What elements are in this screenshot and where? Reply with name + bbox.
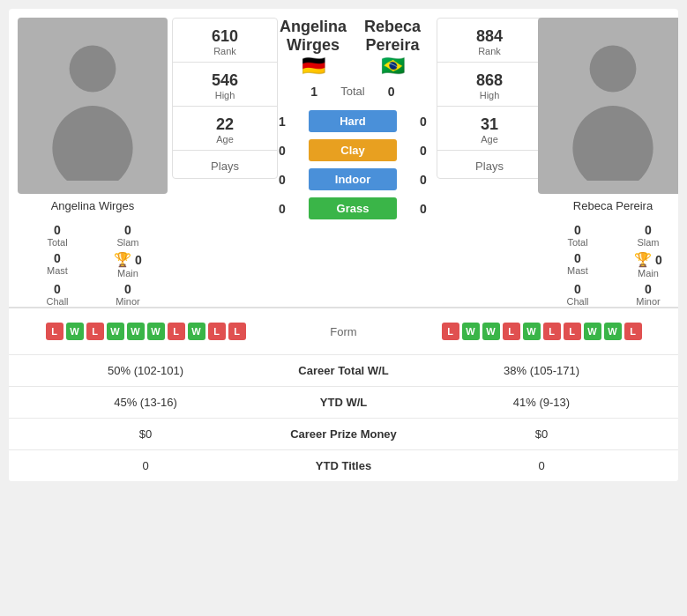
stat-row: 50% (102-101) Career Total W/L 38% (105-…: [9, 355, 678, 386]
player2-plays-label: Plays: [475, 160, 504, 173]
clay-score-right: 0: [414, 144, 432, 158]
form-badge: W: [604, 323, 622, 340]
indoor-score-right: 0: [414, 173, 432, 187]
stat-right-val: 0: [418, 459, 665, 472]
player1-center-name: Angelina Wirges: [273, 18, 353, 55]
player2-slam-value: 0: [645, 223, 652, 237]
form-badge: W: [127, 323, 145, 340]
grass-btn[interactable]: Grass: [309, 197, 397, 219]
surface-rows: 1 Hard 0 0 Clay 0 0 Indoor 0 0 Grass: [273, 110, 432, 219]
player2-total-label: Total: [567, 237, 587, 248]
player1-high-value: 546: [212, 71, 238, 90]
indoor-btn[interactable]: Indoor: [309, 168, 397, 190]
player1-mast-label: Mast: [47, 265, 68, 276]
player2-high-value: 868: [476, 71, 503, 90]
svg-point-2: [590, 46, 637, 93]
total-score-left: 1: [305, 85, 323, 99]
player1-age-value: 22: [216, 115, 234, 134]
total-label: Total: [340, 81, 364, 101]
clay-row: 0 Clay 0: [273, 139, 432, 161]
stat-left-val: 0: [22, 459, 269, 472]
hard-row: 1 Hard 0: [273, 110, 432, 132]
form-badge: L: [228, 323, 246, 340]
total-score-right: 0: [383, 85, 400, 99]
player1-mast-stat: 0 Mast: [26, 251, 88, 278]
stat-left-val: 50% (102-101): [22, 364, 269, 377]
stat-right-val: $0: [418, 427, 665, 441]
total-row: 1 Total 0: [305, 81, 400, 101]
player2-name: Rebeca Pereira: [573, 199, 653, 212]
player1-photo: [18, 18, 168, 194]
svg-point-0: [70, 46, 116, 93]
player2-stats-grid: 0 Total 0 Slam 0 Mast 🏆 0 Main: [538, 223, 678, 307]
player1-trophy-icon: 🏆: [114, 251, 131, 268]
player2-age-label: Age: [481, 134, 498, 145]
player2-high-box: 868 High: [437, 63, 541, 107]
player1-high-box: 546 High: [173, 63, 277, 107]
stat-row: 45% (13-16) YTD W/L 41% (9-13): [9, 387, 678, 418]
form-badge: L: [442, 323, 459, 340]
player2-total-stat: 0 Total: [547, 223, 609, 248]
player1-chall-stat: 0 Chall: [26, 282, 88, 307]
grass-score-right: 0: [414, 202, 432, 216]
hard-btn[interactable]: Hard: [309, 110, 397, 132]
player2-main-label: Main: [638, 268, 659, 278]
player2-mast-stat: 0 Mast: [547, 251, 609, 278]
player2-form-badges: LWWLWLLWWL: [418, 323, 665, 340]
player1-rank-box: 610 Rank: [173, 19, 277, 63]
player1-total-stat: 0 Total: [26, 223, 88, 248]
stat-center-label: YTD Titles: [273, 459, 414, 472]
indoor-row: 0 Indoor 0: [273, 168, 432, 190]
player2-block: Rebeca Pereira 0 Total 0 Slam 0 Mast 🏆: [538, 18, 678, 307]
player1-rank-value: 610: [212, 27, 238, 46]
stat-center-label: YTD W/L: [273, 396, 414, 409]
player2-trophy-icon: 🏆: [634, 251, 652, 268]
player1-minor-label: Minor: [116, 296, 140, 307]
player2-age-box: 31 Age: [437, 107, 541, 151]
player2-age-value: 31: [481, 115, 498, 134]
player1-plays-label: Plays: [211, 160, 239, 173]
player2-rank-box: 884 Rank: [437, 19, 541, 63]
player2-flag: 🇧🇷: [353, 55, 432, 78]
svg-point-3: [572, 106, 653, 181]
hard-score-right: 0: [414, 115, 432, 129]
player2-chall-label: Chall: [566, 296, 588, 307]
form-badge: W: [482, 323, 500, 340]
clay-btn[interactable]: Clay: [309, 139, 397, 161]
form-badge: L: [543, 323, 561, 340]
form-section: LWLWWWLWLL Form LWWLWLLWWL: [9, 307, 678, 354]
stat-left-val: 45% (13-16): [22, 396, 269, 409]
stat-center-label: Career Prize Money: [273, 427, 414, 441]
player1-mast-value: 0: [54, 251, 61, 265]
stat-row: $0 Career Prize Money $0: [9, 419, 678, 449]
player2-chall-stat: 0 Chall: [547, 282, 609, 307]
grass-row: 0 Grass 0: [273, 197, 432, 219]
player2-minor-value: 0: [645, 282, 652, 296]
form-badge: L: [624, 323, 642, 340]
form-badge: L: [503, 323, 520, 340]
player1-name: Angelina Wirges: [51, 199, 135, 212]
player1-chall-label: Chall: [46, 296, 68, 307]
svg-point-1: [52, 106, 132, 181]
form-badge: L: [208, 323, 226, 340]
indoor-score-left: 0: [273, 173, 291, 187]
player1-main-stat: 🏆 0 Main: [97, 251, 159, 278]
form-badge: W: [462, 323, 480, 340]
center-column: Angelina Wirges 🇩🇪 Rebeca Pereira 🇧🇷 1 T…: [273, 18, 432, 219]
player2-minor-label: Minor: [636, 296, 661, 307]
player1-block: Angelina Wirges 0 Total 0 Slam 0 Mast: [18, 18, 168, 307]
stats-table: 50% (102-101) Career Total W/L 38% (105-…: [9, 355, 678, 481]
stat-row: 0 YTD Titles 0: [9, 450, 678, 481]
clay-score-left: 0: [273, 144, 291, 158]
player2-slam-label: Slam: [637, 237, 659, 248]
player1-main-label: Main: [117, 268, 138, 278]
player1-main-value: 0: [135, 253, 142, 267]
form-badge: L: [86, 323, 104, 340]
player2-main-stat: 🏆 0 Main: [617, 251, 678, 278]
player1-minor-stat: 0 Minor: [97, 282, 159, 307]
player1-form-badges: LWLWWWLWLL: [22, 323, 269, 340]
player2-info-boxes: 884 Rank 868 High 31 Age Plays: [432, 18, 538, 179]
stat-right-val: 38% (105-171): [418, 364, 665, 377]
player1-stats-grid: 0 Total 0 Slam 0 Mast 🏆 0: [18, 223, 168, 307]
player1-high-label: High: [215, 90, 235, 100]
